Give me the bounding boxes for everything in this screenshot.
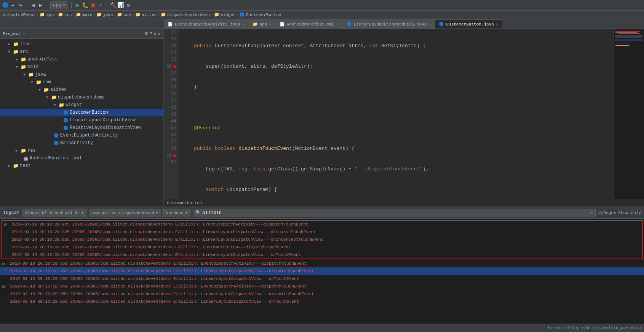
breadcrumb-widget[interactable]: 📁 widget [214,12,236,17]
breadcrumb-aiitec[interactable]: 📁 aiitec [135,12,157,17]
sidebar-item-test[interactable]: ▶ 📁 test [0,162,163,170]
sidebar-item-linearlayout[interactable]: 🔵 LinearLayoutDispatchView [0,116,163,124]
log-line-6[interactable]: ⊡ 2019-03-19 20:10:20.958 20965-20965/co… [0,260,644,267]
class-icon: 🔵 [54,141,59,146]
log-line-3[interactable]: 2019-03-19 20:10:20.926 20965-20965/com.… [2,236,642,243]
close-icon[interactable]: ✕ [158,31,160,36]
log-left-icon: ⊡ [4,222,9,227]
breadcrumb-src[interactable]: 📁 src [58,12,72,17]
code-footer: CustomerButton [164,199,644,207]
line-num-47: 47 [166,138,176,145]
search-input[interactable]: ailibin [203,210,589,216]
sidebar-item-widget[interactable]: ▼ 📁 widget [0,101,163,109]
app-dropdown[interactable]: app ▾ [50,2,68,9]
breadcrumb-customerbutton[interactable]: 🔵 CustomerButton [240,12,281,17]
breadcrumb-label: dispatchEvent [3,13,36,17]
tab-close-btn[interactable]: ✕ [428,22,431,27]
tree-item-label: res [27,148,36,153]
class-icon: 🔵 [240,12,245,17]
sidebar-item-mainactivity[interactable]: 🔵 MainActivity [0,139,163,147]
sidebar-item-main[interactable]: ▼ 📁 main [0,63,163,71]
settings-icon[interactable]: ≡ [150,31,152,36]
log-line-11[interactable]: 2019-03-19 20:10:20.959 20965-20965/com.… [0,298,644,305]
device-select[interactable]: Xiaomi MI 6 Android 8. ▾ [22,209,86,217]
tab-linearlayout[interactable]: 🔵 LinearLayoutDispatchView.java ✕ [343,19,435,29]
folder-icon: 📁 [161,12,166,17]
chevron-down-icon: ▾ [23,32,27,36]
undo-icon[interactable]: ↩ [10,2,16,8]
chevron-down-icon: ▼ [31,80,35,84]
chevron-down-icon: ▾ [156,210,158,215]
breadcrumb-app[interactable]: 📁 app [40,12,54,17]
sync-icon[interactable]: ⚡ [97,2,104,8]
log-line-1[interactable]: ⊡ 2019-03-19 20:10:20.925 20965-20965/co… [2,221,642,228]
sidebar-item-libs[interactable]: ▶ 📁 libs [0,40,163,48]
sidebar-item-eventdispatchactivity[interactable]: 🔵 EventDispatchActivity [0,132,163,139]
log-text: 2019-03-19 20:10:20.926 20965-20965/com.… [12,253,640,257]
breakpoint-49 [173,154,176,157]
regex-checkbox[interactable]: ✓ [598,211,602,215]
status-url[interactable]: https://blog.csdn.net/weixin_42516109 [548,326,641,330]
profile-icon[interactable]: 📊 [118,2,124,8]
gear-icon[interactable]: ⚙ [154,31,157,36]
code-editor[interactable]: 31 32 33 34 35 36 37 38 39 40 41 42 43 4… [164,29,644,207]
tree-item-label: CustomerButton [70,110,108,115]
debug-icon[interactable]: 🐛 [82,2,88,8]
log-line-5[interactable]: 2019-03-19 20:10:20.926 20965-20965/com.… [2,251,642,259]
sidebar-item-java[interactable]: ▼ 📁 java [0,71,163,78]
logcat-toolbar: logcat Xiaomi MI 6 Android 8. ▾ com.aiit… [0,207,644,219]
package-select[interactable]: com.aiitec.dispatcheventd ▾ [89,209,161,217]
code-line-32: super(context, attrs, defStyleAttr); [182,63,610,70]
breadcrumb-main[interactable]: 📁 main [76,12,92,17]
log-line-8[interactable]: 2019-03-19 20:10:20.958 20965-20965/com.… [0,275,644,283]
file-tree: ▶ 📁 libs ▼ 📁 src ▶ 📁 androidTest [0,39,163,207]
tree-item-label: RelativeLayoutDispatchView [70,125,141,130]
tab-label: CustomerButton.java [446,22,494,27]
build-icon[interactable]: 🔨 [110,2,116,8]
folder-icon: 📁 [13,41,19,47]
run-button[interactable]: ▶ [75,2,81,8]
sidebar-item-aiitec[interactable]: ▼ 📁 aiitec [0,86,163,94]
tab-close-btn[interactable]: ✕ [336,22,339,27]
line-num-46: 46 [166,132,176,138]
log-line-9[interactable]: ⊡ 2019-03-19 20:10:20.959 20965-20965/co… [0,283,644,290]
log-line-4[interactable]: 2019-03-19 20:10:20.926 20965-20965/com.… [2,243,642,251]
tab-close-btn[interactable]: ✕ [269,22,271,27]
tab-close-btn[interactable]: ✕ [496,22,498,27]
line-numbers: 31 32 33 34 35 36 37 38 39 40 41 42 43 4… [164,29,179,199]
log-line-2[interactable]: 2019-03-19 20:10:20.925 20965-20965/com.… [2,228,642,236]
tab-eventdispatch[interactable]: 📄 EventDispatchActivity.java ✕ [164,19,249,29]
code-content: 31 32 33 34 35 36 37 38 39 40 41 42 43 4… [164,29,644,199]
settings-icon[interactable]: ⚙ [125,2,131,8]
sidebar-item-androidmanifest[interactable]: 🤖 AndroidManifest.xml [0,154,163,162]
sidebar-item-res[interactable]: ▶ 📁 res [0,147,163,154]
back-icon[interactable]: ◀ [30,2,36,8]
tab-close-btn[interactable]: ✕ [242,22,244,27]
line-num-45: 45 [166,125,176,132]
tab-app[interactable]: 📁 app ✕ [249,19,276,29]
line-num-31: 31 [166,29,176,36]
log-line-10[interactable]: 2019-03-19 20:10:20.959 20965-20965/com.… [0,290,644,298]
line-num-43: 43 [166,111,176,118]
tab-androidmanifest[interactable]: 📄 AndroidManifest.xml ✕ [276,19,343,29]
breadcrumb-dispatchevent[interactable]: dispatchEvent [3,13,36,17]
line-num-38: 38 [166,77,176,84]
level-select[interactable]: Verbose ▾ [163,209,190,217]
breadcrumb-label: aiitec [142,13,157,17]
log-line-7[interactable]: 2019-03-19 20:10:20.958 20965-20965/com.… [0,267,644,275]
breadcrumb-dispatcheventdemo[interactable]: 📁 dispatcheventdemo [161,12,210,17]
sidebar-item-dispatcheventdemo[interactable]: ▼ 📁 dispatcheventdemo [0,94,163,101]
forward-icon[interactable]: ▶ [38,2,44,8]
sidebar-item-src[interactable]: ▼ 📁 src [0,48,163,56]
breadcrumb-java[interactable]: 📁 java [96,12,113,17]
sidebar-item-androidtest[interactable]: ▶ 📁 androidTest [0,56,163,63]
tab-customerbutton[interactable]: 🔵 CustomerButton.java ✕ [435,19,502,29]
stop-icon[interactable]: ⏹ [90,2,96,8]
redo-icon[interactable]: ↪ [18,2,24,8]
sidebar-item-relativelayout[interactable]: 🔵 RelativeLayoutDispatchView [0,124,163,132]
clear-search-btn[interactable]: ✕ [590,210,593,216]
sync-icon[interactable]: ⟳ [145,31,148,36]
breadcrumb-com[interactable]: 📁 com [117,12,131,17]
sidebar-item-com[interactable]: ▼ 📁 com [0,78,163,86]
sidebar-item-customerbutton[interactable]: 🔵 CustomerButton [0,109,163,116]
